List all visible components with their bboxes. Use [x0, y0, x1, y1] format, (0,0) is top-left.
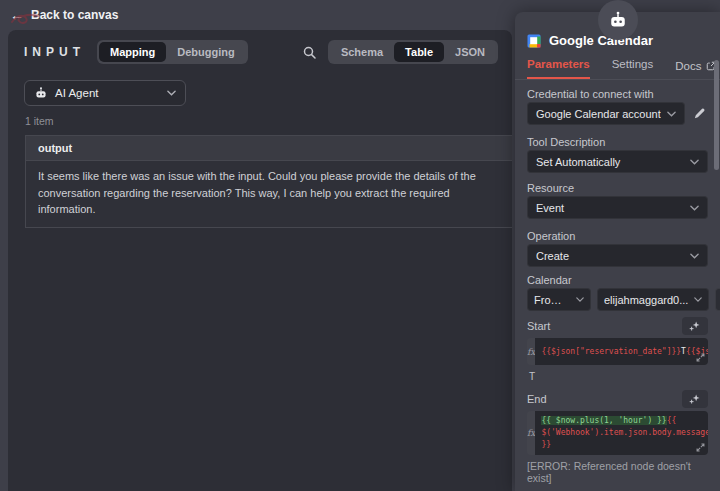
- end-expression-input[interactable]: {{ $now.plus(1, 'hour') }}{{ $('Webhook'…: [535, 411, 708, 455]
- node-settings-panel: Google Calendar Parameters Settings Docs…: [515, 12, 720, 491]
- end-expression-editor[interactable]: fx {{ $now.plus(1, 'hour') }}{{ $('Webho…: [527, 411, 708, 455]
- chevron-down-icon: [694, 297, 702, 302]
- fx-toggle[interactable]: fx: [527, 411, 535, 455]
- source-selector-value: AI Agent: [55, 87, 160, 99]
- chevron-down-icon: [690, 159, 699, 165]
- credential-label: Credential to connect with: [527, 88, 708, 100]
- input-panel-header: INPUT Mapping Debugging Schema Table JSO…: [8, 30, 512, 72]
- calendar-value-select[interactable]: elijahmaggard0...: [597, 288, 709, 311]
- output-column-header: output: [26, 136, 513, 161]
- input-view-tabs: Schema Table JSON: [328, 40, 498, 64]
- chevron-down-icon: [167, 90, 176, 96]
- input-panel-title: INPUT: [24, 45, 85, 59]
- tool-description-value: Set Automatically: [536, 156, 684, 168]
- start-label: Start: [527, 320, 550, 332]
- tool-description-label: Tool Description: [527, 136, 708, 148]
- tab-debugging[interactable]: Debugging: [166, 42, 245, 62]
- expression-error-message: [ERROR: Referenced node doesn't exist]: [527, 460, 708, 484]
- calendar-mode-value: From list: [534, 294, 570, 306]
- end-label: End: [527, 393, 547, 405]
- chevron-down-icon: [690, 205, 699, 211]
- chevron-down-icon: [667, 111, 676, 117]
- items-count: 1 item: [25, 115, 512, 127]
- tab-schema[interactable]: Schema: [330, 42, 394, 62]
- input-panel: INPUT Mapping Debugging Schema Table JSO…: [8, 30, 512, 491]
- expand-editor-icon[interactable]: [696, 443, 705, 452]
- start-expression-editor[interactable]: fx {{$json["reservation_date"]}}T{{$json…: [527, 338, 708, 365]
- chevron-down-icon: [690, 253, 699, 259]
- resource-value: Event: [536, 202, 684, 214]
- ai-fill-end-button[interactable]: [682, 390, 708, 408]
- tab-parameters[interactable]: Parameters: [527, 58, 590, 79]
- back-to-canvas-label: Back to canvas: [31, 8, 118, 22]
- node-robot-icon: [598, 0, 638, 40]
- output-cell: It seems like there was an issue with th…: [26, 161, 513, 228]
- operation-label: Operation: [527, 230, 708, 242]
- operation-select[interactable]: Create: [527, 244, 708, 267]
- node-panel-tabs: Parameters Settings Docs: [515, 58, 720, 80]
- calendar-mode-select[interactable]: From list: [527, 288, 591, 311]
- credential-select[interactable]: Google Calendar account: [527, 102, 685, 125]
- start-result-preview: T: [529, 371, 708, 382]
- tool-description-select[interactable]: Set Automatically: [527, 150, 708, 173]
- arrow-left-icon: ←: [10, 8, 24, 22]
- google-calendar-icon: [527, 34, 541, 48]
- resource-label: Resource: [527, 182, 708, 194]
- tab-json[interactable]: JSON: [444, 42, 496, 62]
- search-icon[interactable]: [303, 46, 316, 59]
- output-table: output It seems like there was an issue …: [25, 135, 512, 228]
- valid-expression-token: {{ $now.plus(1, 'hour') }}: [541, 416, 666, 425]
- start-expression-input[interactable]: {{$json["reservation_date"]}}T{{$json["r…: [535, 338, 708, 365]
- calendar-value: elijahmaggard0...: [604, 294, 688, 306]
- back-to-canvas-button[interactable]: ← Back to canvas: [10, 8, 118, 22]
- input-source-selector[interactable]: AI Agent: [24, 80, 186, 106]
- tab-mapping[interactable]: Mapping: [99, 42, 166, 62]
- table-row: It seems like there was an issue with th…: [26, 161, 513, 228]
- panel-scrollbar-thumb[interactable]: [714, 60, 719, 170]
- credential-value: Google Calendar account: [536, 108, 661, 120]
- docs-label: Docs: [675, 60, 701, 72]
- resource-select[interactable]: Event: [527, 196, 708, 219]
- expand-editor-icon[interactable]: [696, 353, 705, 362]
- ai-fill-calendar-button[interactable]: [715, 288, 720, 311]
- input-mode-tabs: Mapping Debugging: [97, 40, 248, 64]
- sparkles-icon: [689, 320, 701, 332]
- node-title: Google Calendar: [549, 33, 653, 48]
- tab-table[interactable]: Table: [394, 42, 444, 62]
- ai-fill-start-button[interactable]: [682, 317, 708, 335]
- tab-settings[interactable]: Settings: [612, 58, 654, 79]
- sparkles-icon: [689, 393, 701, 405]
- docs-link[interactable]: Docs: [675, 60, 716, 79]
- expression-token: {{$json["reservation_date"]}}: [541, 347, 681, 356]
- chevron-down-icon: [576, 297, 584, 302]
- robot-icon: [34, 86, 48, 100]
- operation-value: Create: [536, 250, 684, 262]
- calendar-label: Calendar: [527, 274, 708, 286]
- edit-credential-pencil-icon[interactable]: [691, 107, 708, 120]
- fx-toggle[interactable]: fx: [527, 338, 535, 365]
